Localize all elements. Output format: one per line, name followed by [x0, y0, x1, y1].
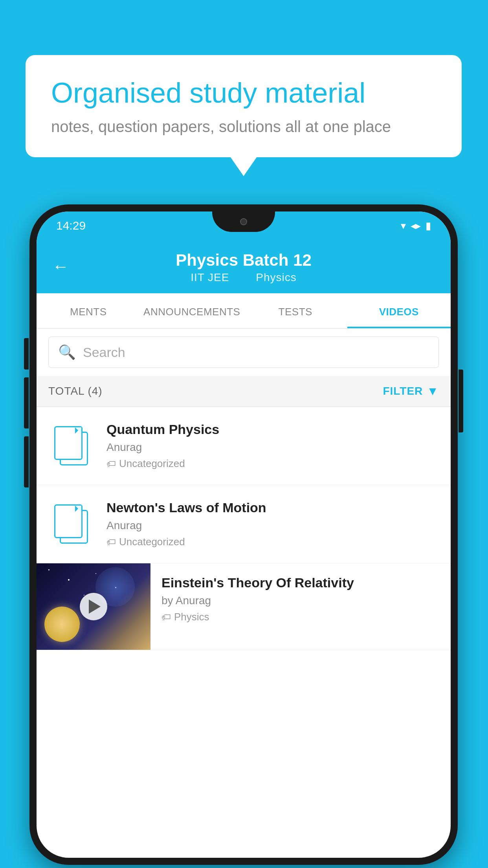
list-item[interactable]: Quantum Physics Anurag 🏷 Uncategorized: [37, 407, 451, 485]
list-item[interactable]: Newton's Laws of Motion Anurag 🏷 Uncateg…: [37, 485, 451, 563]
video-author: by Anurag: [161, 594, 439, 607]
filter-row: TOTAL (4) FILTER ▼: [37, 376, 451, 407]
tab-videos[interactable]: VIDEOS: [347, 293, 451, 328]
document-icon: [54, 426, 90, 465]
tag-icon: 🏷: [161, 612, 171, 623]
star-particle: [68, 579, 70, 581]
video-info-3: Einstein's Theory Of Relativity by Anura…: [150, 563, 451, 633]
video-tag: 🏷 Physics: [161, 611, 439, 623]
app-title: Physics Batch 12: [52, 251, 435, 270]
document-icon: [54, 504, 90, 544]
filter-button[interactable]: FILTER ▼: [383, 384, 439, 398]
subtitle-iit: IIT JEE: [191, 271, 229, 283]
battery-icon: ▮: [426, 220, 431, 232]
doc-page-front: [54, 426, 83, 460]
volume-down-button[interactable]: [24, 436, 29, 487]
camera: [240, 218, 247, 225]
signal-icon: ◂▸: [411, 220, 421, 232]
phone-screen: 14:29 ▾ ◂▸ ▮ ← Physics Batch 12 IIT JEE: [37, 211, 451, 858]
status-time: 14:29: [56, 219, 86, 232]
tab-tests[interactable]: TESTS: [244, 293, 347, 328]
star-particle: [84, 595, 84, 596]
video-thumbnail: [37, 563, 150, 650]
video-tag: 🏷 Uncategorized: [106, 458, 439, 470]
tag-icon: 🏷: [106, 458, 116, 469]
video-title: Quantum Physics: [106, 422, 439, 437]
video-title: Newton's Laws of Motion: [106, 500, 439, 515]
tab-bar: MENTS ANNOUNCEMENTS TESTS VIDEOS: [37, 293, 451, 329]
app-subtitle: IIT JEE Physics: [52, 271, 435, 284]
search-icon: 🔍: [58, 344, 76, 360]
status-bar: 14:29 ▾ ◂▸ ▮: [37, 211, 451, 240]
tab-ments[interactable]: MENTS: [37, 293, 140, 328]
subtitle-physics: Physics: [256, 271, 296, 283]
doc-page-front: [54, 504, 83, 538]
power-button[interactable]: [459, 370, 463, 432]
video-thumb-1: [48, 422, 95, 469]
list-item[interactable]: Einstein's Theory Of Relativity by Anura…: [37, 563, 451, 650]
video-info-1: Quantum Physics Anurag 🏷 Uncategorized: [106, 422, 439, 470]
video-info-2: Newton's Laws of Motion Anurag 🏷 Uncateg…: [106, 500, 439, 548]
tab-announcements[interactable]: ANNOUNCEMENTS: [140, 293, 244, 328]
wifi-icon: ▾: [401, 220, 406, 232]
tag-icon: 🏷: [106, 537, 116, 548]
search-placeholder: Search: [83, 345, 125, 360]
speech-bubble-subtext: notes, question papers, solutions all at…: [51, 118, 436, 136]
video-thumb-2: [48, 500, 95, 548]
volume-up-button[interactable]: [24, 377, 29, 428]
video-title: Einstein's Theory Of Relativity: [161, 575, 439, 590]
play-button[interactable]: [80, 593, 107, 620]
search-bar[interactable]: 🔍 Search: [48, 337, 439, 368]
total-count: TOTAL (4): [48, 385, 103, 397]
status-icons: ▾ ◂▸ ▮: [401, 220, 431, 232]
video-author: Anurag: [106, 441, 439, 454]
filter-icon: ▼: [427, 384, 439, 398]
back-button[interactable]: ←: [52, 257, 69, 276]
phone-wrapper: 14:29 ▾ ◂▸ ▮ ← Physics Batch 12 IIT JEE: [29, 204, 458, 865]
speech-bubble-heading: Organised study material: [51, 77, 436, 109]
speech-bubble: Organised study material notes, question…: [26, 55, 462, 157]
video-list: Quantum Physics Anurag 🏷 Uncategorized: [37, 407, 451, 650]
star-particle: [48, 569, 50, 570]
phone-outer: 14:29 ▾ ◂▸ ▮ ← Physics Batch 12 IIT JEE: [29, 204, 458, 865]
planet-graphic: [44, 607, 80, 642]
video-tag: 🏷 Uncategorized: [106, 536, 439, 548]
speech-bubble-container: Organised study material notes, question…: [26, 55, 462, 157]
video-author: Anurag: [106, 519, 439, 532]
app-header: ← Physics Batch 12 IIT JEE Physics: [37, 240, 451, 293]
notch: [212, 211, 275, 232]
play-triangle: [89, 600, 101, 614]
star-particle: [95, 573, 96, 574]
search-container: 🔍 Search: [37, 329, 451, 376]
